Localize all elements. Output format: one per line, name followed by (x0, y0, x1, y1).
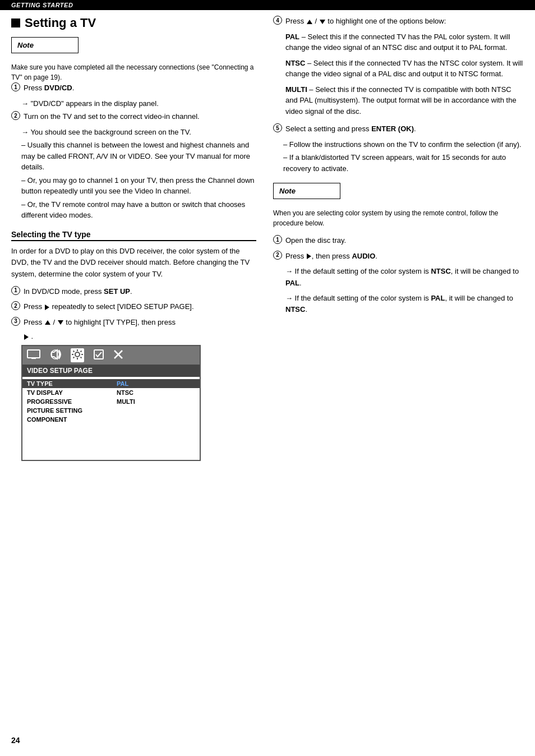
section-step-3-num: 3 (11, 317, 20, 326)
section-step-2: 2 Press repeatedly to select [VIDEO SETU… (11, 301, 256, 312)
note-text: Make sure you have completed all the nec… (11, 62, 256, 82)
tri-right-icon-s2 (45, 305, 49, 310)
note-label: Note (17, 41, 72, 49)
menu-val-0: PAL (117, 380, 128, 387)
tri-right-note-s2 (307, 253, 311, 259)
page: GETTING STARTED Setting a TV Note Make s… (0, 0, 535, 756)
menu-icon-x (113, 349, 123, 361)
note-step-2-extra-2: → If the default setting of the color sy… (285, 293, 524, 316)
note2-box: Note (273, 183, 340, 199)
step-1-content: Press DVD/CD. (24, 82, 256, 94)
step-2-extra-2: – Or, you may go to channel 1 on your TV… (21, 175, 256, 197)
step-2-arrow-text: You should see the background screen on … (30, 128, 191, 136)
step-2-content: Turn on the TV and set to the correct vi… (24, 111, 256, 122)
step-1-arrow: → "DVD/CD" appears in the display panel. (21, 98, 256, 109)
step-4-block: 4 Press / to highlight one of the option… (273, 16, 524, 117)
header-text: GETTING STARTED (11, 2, 73, 8)
ns2-bold3: PAL (431, 294, 445, 302)
note-step-1-content: Open the disc tray. (285, 235, 524, 246)
step-5-block: 5 Select a setting and press ENTER (OK).… (273, 123, 524, 174)
menu-row-0: TV TYPE PAL (22, 379, 200, 388)
step-2-extra-3: – Or, the TV remote control may have a b… (21, 199, 256, 221)
step-5-extra-1: – Follow the instructions shown on the T… (283, 139, 524, 150)
section-step-3: 3 Press / to highlight [TV TYPE], then p… (11, 317, 256, 328)
step-4-content: Press / to highlight one of the options … (285, 16, 524, 27)
option-multi-text: – Select this if the connected TV is com… (285, 85, 516, 116)
menu-label-3: PICTURE SETTING (27, 407, 117, 414)
section-step-3-content: Press / to highlight [TV TYPE], then pre… (24, 317, 256, 328)
step-5: 5 Select a setting and press ENTER (OK). (273, 123, 524, 135)
note-step-2-bold: AUDIO (352, 252, 375, 260)
tri-up-icon-s3 (45, 320, 50, 325)
step-2-extra-1: – Usually this channel is between the lo… (21, 140, 256, 173)
svg-rect-0 (27, 350, 40, 358)
menu-row-1: TV DISPLAY NTSC (22, 388, 200, 397)
tri-up-icon-4 (307, 20, 312, 24)
section-step-2-num: 2 (11, 301, 20, 310)
step-1: 1 Press DVD/CD. (11, 82, 256, 94)
title-text: Setting a TV (25, 16, 96, 30)
note-steps: 1 Open the disc tray. 2 Press , then pre… (273, 235, 524, 316)
option-pal: PAL – Select this if the connected TV ha… (285, 31, 524, 53)
svg-rect-6 (94, 350, 103, 359)
menu-row-4: COMPONENT (22, 415, 200, 424)
page-number: 24 (11, 736, 20, 745)
step-5-bold: ENTER (OK) (371, 125, 414, 133)
left-column: Setting a TV Note Make sure you have com… (11, 16, 268, 465)
section-step-1-num: 1 (11, 286, 20, 295)
note2-wrapper: Note When you are selecting color system… (273, 183, 524, 228)
step-2-number: 2 (11, 111, 20, 120)
step-4-num: 4 (273, 16, 282, 25)
option-pal-text: – Select this if the connected TV has th… (285, 33, 510, 52)
menu-header: VIDEO SETUP PAGE (22, 365, 200, 377)
note-border: Note (11, 37, 79, 53)
arrow-sym-2: → (21, 128, 29, 136)
step-5-content: Select a setting and press ENTER (OK). (285, 123, 524, 135)
step-5-num: 5 (273, 123, 282, 132)
note-step-1: 1 Open the disc tray. (273, 235, 524, 246)
note2-label: Note (279, 187, 334, 195)
step-2: 2 Turn on the TV and set to the correct … (11, 111, 256, 122)
tri-right-icon-s3 (24, 334, 29, 340)
checkbox-svg (93, 349, 104, 360)
menu-icon-gear (71, 348, 84, 362)
option-multi: MULTI – Select this if the connected TV … (285, 84, 524, 117)
menu-icon-checkbox (93, 349, 104, 362)
section-step-3-tri: . (24, 332, 256, 340)
gear-svg (71, 349, 84, 360)
tri-down-icon-s3 (58, 320, 63, 325)
header-bar: GETTING STARTED (0, 0, 535, 10)
menu-label-1: TV DISPLAY (27, 389, 117, 396)
step-1-number: 1 (11, 82, 20, 91)
page-title: Setting a TV (11, 16, 256, 30)
ns2-bold4: NTSC (285, 305, 305, 314)
note-step-1-num: 1 (273, 235, 282, 244)
section-step-1-content: In DVD/CD mode, press SET UP. (24, 286, 256, 297)
section-intro: In order for a DVD to play on this DVD r… (11, 246, 256, 280)
x-svg (113, 349, 123, 359)
svg-rect-1 (31, 358, 36, 359)
option-ntsc-text: – Select this if the connected TV has th… (285, 59, 523, 79)
menu-icons-row (22, 346, 200, 365)
arrow-sym-1: → (21, 99, 29, 108)
title-square-icon (11, 19, 20, 27)
menu-spacer (22, 426, 200, 460)
menu-rows: TV TYPE PAL TV DISPLAY NTSC PROGRESSIVE … (22, 377, 200, 426)
speaker-svg (49, 349, 62, 360)
note-step-2-extra-1: → If the default setting of the color sy… (285, 266, 524, 289)
step-5-extra-2: – If a blank/distorted TV screen appears… (283, 152, 524, 174)
step-4-options: PAL – Select this if the connected TV ha… (285, 31, 524, 117)
option-multi-label: MULTI (285, 85, 307, 94)
option-ntsc-label: NTSC (285, 59, 305, 67)
menu-row-2: PROGRESSIVE MULTI (22, 397, 200, 406)
note-step-2: 2 Press , then press AUDIO. (273, 251, 524, 262)
svg-point-5 (75, 352, 80, 357)
step-2-arrow: → You should see the background screen o… (21, 127, 256, 138)
tv-svg (27, 349, 40, 359)
step-1-bold: DVD/CD (44, 84, 72, 92)
section-step-1-post: . (130, 287, 132, 296)
section-step-1: 1 In DVD/CD mode, press SET UP. (11, 286, 256, 297)
tri-down-icon-4 (320, 20, 325, 24)
menu-row-3: PICTURE SETTING (22, 406, 200, 415)
menu-icon-speaker (49, 349, 62, 362)
